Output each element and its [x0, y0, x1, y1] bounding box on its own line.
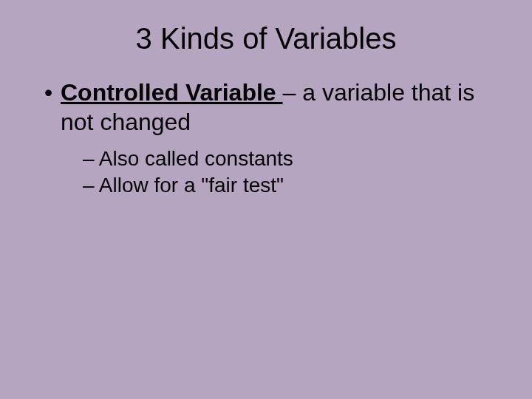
bullet-mark: • — [44, 78, 61, 107]
dash: – — [83, 174, 95, 197]
dash: – — [83, 147, 95, 170]
bullet-level1: •Controlled Variable – a variable that i… — [44, 78, 502, 137]
sub-bullet-2: – Allow for a "fair test" — [83, 172, 502, 199]
sub-text-2: Allow for a "fair test" — [95, 174, 284, 197]
slide: 3 Kinds of Variables •Controlled Variabl… — [0, 0, 532, 399]
sub-text-1: Also called constants — [95, 147, 293, 170]
sub-bullet-1: – Also called constants — [83, 146, 502, 172]
sub-bullets: – Also called constants – Allow for a "f… — [83, 146, 502, 200]
bullet-content: Controlled Variable – a variable that is… — [61, 78, 489, 137]
term-text: Controlled Variable — [61, 79, 283, 106]
slide-title: 3 Kinds of Variables — [30, 22, 502, 55]
